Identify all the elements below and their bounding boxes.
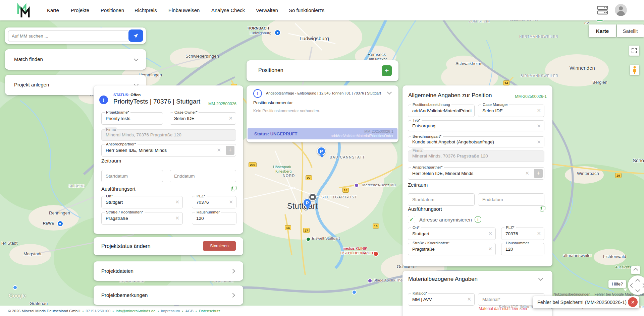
nav-item-analyse-check[interactable]: Analyse Check bbox=[211, 0, 245, 20]
nav-item-positionen[interactable]: Positionen bbox=[101, 0, 124, 20]
clear-icon[interactable]: ✕ bbox=[537, 231, 541, 236]
clear-icon[interactable]: ✕ bbox=[537, 123, 541, 128]
field-label: Ansprechpartner* bbox=[105, 142, 138, 147]
map-marker-pin[interactable]: P bbox=[317, 147, 326, 155]
chevron-right-icon bbox=[230, 269, 235, 273]
footer-impressum-link[interactable]: Impressum bbox=[161, 309, 180, 313]
close-icon[interactable]: ✕ bbox=[628, 297, 638, 307]
fullscreen-button[interactable] bbox=[629, 46, 639, 56]
field-label: Typ* bbox=[411, 118, 422, 123]
info-icon[interactable]: i bbox=[475, 216, 481, 223]
match-finden-card[interactable]: Match finden bbox=[5, 49, 146, 70]
separator: • bbox=[196, 309, 197, 313]
position-mm-number: MM-202500026-1 bbox=[515, 94, 547, 99]
add-contact-button[interactable]: + bbox=[534, 169, 543, 178]
map-label: REWE bbox=[43, 221, 54, 225]
plz-field[interactable]: PLZ* 70376 ✕ bbox=[192, 196, 236, 208]
case-manager-field[interactable]: Case Manager Selen IDE ✕ bbox=[478, 105, 544, 117]
clear-icon[interactable]: ✕ bbox=[537, 139, 541, 144]
google-logo: Google bbox=[9, 293, 26, 299]
chevron-down-icon[interactable] bbox=[538, 276, 543, 281]
position-card: ! Angebotsanfrage - Entsorgung | 12.345 … bbox=[247, 85, 398, 142]
ort-field[interactable]: Ort* Stuttgart ✕ bbox=[101, 196, 183, 208]
startdatum-field[interactable]: Startdatum bbox=[408, 193, 475, 206]
anonymize-checkbox[interactable]: ✓ bbox=[408, 216, 415, 223]
footer-email-link[interactable]: info@mineral-minds.de bbox=[116, 309, 155, 313]
add-position-button[interactable]: + bbox=[382, 65, 392, 76]
chevron-down-icon[interactable] bbox=[387, 90, 392, 94]
footer-agb-link[interactable]: AGB bbox=[185, 309, 194, 313]
hausnummer-field[interactable]: Hausnummer 120 bbox=[192, 212, 236, 225]
copy-icon[interactable] bbox=[231, 186, 236, 191]
field-value: Mineral Minds, 70376 Pragstraße 120 bbox=[106, 132, 228, 137]
route-badge: 27 bbox=[306, 175, 312, 180]
field-placeholder: Material* bbox=[482, 297, 536, 302]
clear-icon[interactable]: ✕ bbox=[228, 116, 233, 121]
projektname-field[interactable]: Projektname* PriorityTests bbox=[101, 112, 163, 125]
add-contact-button[interactable]: + bbox=[226, 146, 234, 155]
footer-datenschutz-link[interactable]: Datenschutz bbox=[199, 309, 220, 313]
strasse-field[interactable]: Straße / Koordinaten* Pragstraße ✕ bbox=[408, 243, 496, 255]
hausnummer-field[interactable]: Hausnummer 120 bbox=[501, 243, 544, 255]
clear-icon[interactable]: ✕ bbox=[467, 297, 471, 302]
clear-icon[interactable]: ✕ bbox=[229, 199, 233, 204]
hilfe-button[interactable]: Hilfe? bbox=[608, 280, 626, 288]
startdatum-field[interactable]: Startdatum bbox=[101, 170, 163, 182]
enddatum-field[interactable]: Enddatum bbox=[478, 193, 544, 206]
nav-item-karte[interactable]: Karte bbox=[47, 0, 59, 20]
projektdateien-card[interactable]: Projektdateien bbox=[94, 261, 243, 281]
pegman-control[interactable] bbox=[630, 65, 639, 75]
katalog-field[interactable]: Katalog* MM | AVV ✕ bbox=[408, 293, 475, 306]
typ-field[interactable]: Typ* Entsorgung ✕ bbox=[408, 120, 544, 131]
map-label: Schwaikheim bbox=[455, 61, 481, 66]
avatar[interactable] bbox=[614, 4, 627, 16]
position-entry[interactable]: Angebotsanfrage - Entsorgung | 12.345 To… bbox=[266, 91, 381, 95]
nav-item-einbauweisen[interactable]: Einbauweisen bbox=[168, 0, 200, 20]
field-value: Kunde sucht Angebot (Angebotsanfrage) bbox=[412, 139, 536, 144]
nav-item-projekte[interactable]: Projekte bbox=[71, 0, 89, 20]
pegman-icon bbox=[632, 66, 637, 74]
ort-field[interactable]: Ort* Stuttgart ✕ bbox=[408, 228, 496, 240]
clear-icon[interactable]: ✕ bbox=[537, 108, 541, 113]
case-owner-field[interactable]: Case Owner* Selen IDE ✕ bbox=[170, 112, 236, 125]
map-type-karte-button[interactable]: Karte bbox=[589, 24, 616, 37]
clear-icon[interactable]: ✕ bbox=[488, 231, 492, 236]
nav-item-richtpreis[interactable]: Richtpreis bbox=[135, 0, 157, 20]
copy-icon[interactable] bbox=[540, 206, 545, 211]
devices-icon[interactable] bbox=[597, 6, 608, 15]
projektstatus-label: Projektstatus ändern bbox=[101, 243, 151, 249]
map-label: medius KLINIK bbox=[343, 246, 367, 250]
field-label: Case Manager bbox=[481, 102, 509, 107]
clear-icon[interactable]: ✕ bbox=[217, 147, 221, 152]
terms-link[interactable]: Nutzungsbedingungen bbox=[553, 292, 590, 296]
map-label: Winnenden bbox=[570, 65, 595, 71]
positionsbezeichnung-field[interactable]: Positionsbezeichnung addAndValidateMater… bbox=[408, 105, 475, 117]
nav-item-verwalten[interactable]: Verwalten bbox=[256, 0, 278, 20]
map-label: Winterbach bbox=[577, 171, 599, 176]
search-submit-button[interactable] bbox=[128, 29, 143, 42]
ansprechpartner-field[interactable]: Ansprechpartner* Herr Selen IDE, Mineral… bbox=[408, 167, 544, 180]
collapse-control[interactable] bbox=[631, 266, 640, 274]
footer-phone-link[interactable]: 07151/250100 bbox=[86, 309, 111, 313]
status-warning-icon: ! bbox=[99, 96, 108, 104]
enddatum-field[interactable]: Enddatum bbox=[170, 170, 236, 182]
berechnungsart-field[interactable]: Berechnungsart* Kunde sucht Angebot (Ang… bbox=[408, 136, 544, 147]
search-input[interactable] bbox=[8, 30, 129, 42]
stornieren-button[interactable]: Stornieren bbox=[203, 241, 236, 251]
clear-icon[interactable]: ✕ bbox=[488, 246, 492, 251]
map-type-satellit-button[interactable]: Satellit bbox=[617, 24, 644, 37]
clear-icon[interactable]: ✕ bbox=[175, 199, 179, 204]
map-label: STUTTGART-OST bbox=[321, 195, 357, 199]
strasse-field[interactable]: Straße / Koordinaten* Pragstraße ✕ bbox=[101, 212, 183, 225]
clear-icon[interactable]: ✕ bbox=[525, 171, 529, 176]
map-label: HORNBACH bbox=[248, 26, 269, 30]
clear-icon[interactable]: ✕ bbox=[175, 215, 179, 220]
field-placeholder: Startdatum bbox=[106, 174, 155, 179]
mineral-minds-logo[interactable] bbox=[16, 3, 31, 18]
nav-item-so-funktioniert-s[interactable]: So funktioniert's bbox=[289, 0, 324, 20]
field-placeholder: Startdatum bbox=[412, 197, 466, 202]
projektbemerkungen-card[interactable]: Projektbemerkungen bbox=[94, 286, 243, 305]
route-badge: 14 bbox=[503, 80, 509, 85]
ansprechpartner-field[interactable]: Ansprechpartner* Herr Selen IDE, Mineral… bbox=[101, 144, 236, 156]
plz-field[interactable]: PLZ* 70376 ✕ bbox=[501, 228, 544, 240]
